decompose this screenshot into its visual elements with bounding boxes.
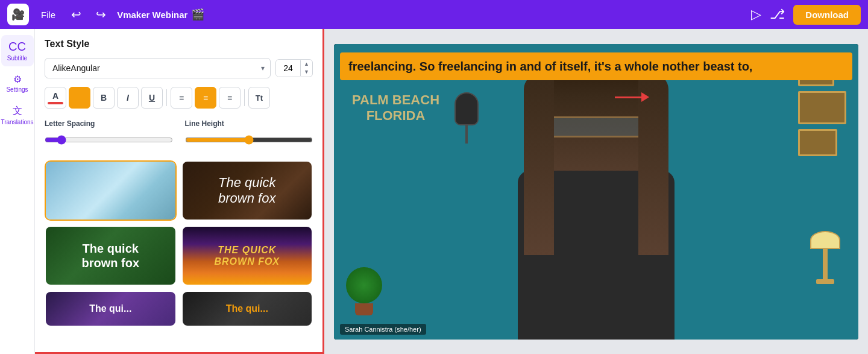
sidebar-label-translations: Translations: [1, 119, 33, 125]
style-card-4[interactable]: THE QUICKBROWN FOX: [181, 226, 313, 286]
mic-head: [454, 92, 479, 125]
arrow-head: [641, 92, 649, 102]
align-right-button[interactable]: ≡: [219, 87, 241, 109]
font-size-up-button[interactable]: ▲: [301, 60, 312, 68]
italic-icon: I: [127, 93, 129, 103]
spacing-row: Letter Spacing Line Height: [45, 119, 313, 150]
glasses: [548, 116, 644, 137]
style-cards-grid: The quick brown fox The quickbrown fox T…: [45, 160, 313, 327]
card6-text: The qui...: [226, 303, 268, 314]
logo-icon: 🎥: [11, 8, 25, 21]
font-row: AlikeAngular ▾ ▲ ▼: [45, 58, 313, 78]
person-silhouette: [482, 44, 711, 340]
video-subtitle-bar: freelancing. So freelancing in and of it…: [340, 52, 852, 80]
background-color-button[interactable]: [69, 87, 90, 109]
font-select-wrapper: AlikeAngular ▾: [45, 58, 271, 78]
format-toolbar: A B I U ≡ ≡ ≡ Tt: [45, 87, 313, 109]
toolbar-divider: [166, 89, 167, 106]
main-area: CC Subtitle ⚙ Settings 文 Translations Te…: [0, 29, 868, 354]
sidebar-label-subtitle: Subtitle: [7, 55, 27, 62]
color-indicator: [48, 102, 63, 104]
video-area: PALM BEACH FLORIDA: [324, 29, 868, 354]
plant-pot: [355, 303, 373, 315]
line-height-control: Line Height: [185, 119, 313, 150]
hair-left: [524, 74, 554, 255]
panel-title: Text Style: [45, 39, 313, 49]
app-logo: 🎥: [7, 4, 29, 25]
video-player: PALM BEACH FLORIDA: [334, 44, 858, 340]
translations-icon: 文: [13, 105, 22, 118]
line-height-label: Line Height: [185, 119, 313, 128]
font-family-select[interactable]: AlikeAngular: [45, 58, 271, 78]
font-size-down-button[interactable]: ▼: [301, 68, 312, 76]
letter-spacing-slider-wrap: [45, 133, 173, 150]
text-color-label: A: [52, 91, 58, 101]
plant-leaves: [346, 267, 382, 303]
mic-stand: [465, 125, 468, 144]
align-center-icon: ≡: [203, 93, 208, 103]
speaker-name-tag: Sarah Cannistra (she/her): [340, 324, 426, 335]
undo-button[interactable]: ↩: [68, 5, 85, 24]
bold-icon: B: [101, 93, 107, 103]
style-card-3[interactable]: The quickbrown fox: [45, 226, 177, 286]
arrow-line: [615, 96, 641, 98]
sidebar-item-translations[interactable]: 文 Translations: [1, 100, 34, 130]
sidebar: CC Subtitle ⚙ Settings 文 Translations: [0, 29, 35, 354]
sidebar-item-subtitle[interactable]: CC Subtitle: [1, 35, 34, 66]
line-height-slider[interactable]: [185, 135, 313, 145]
letter-spacing-control: Letter Spacing: [45, 119, 173, 150]
font-size-control: ▲ ▼: [275, 59, 313, 77]
text-style-panel: Text Style AlikeAngular ▾ ▲ ▼: [35, 29, 324, 354]
font-size-arrows: ▲ ▼: [300, 60, 312, 76]
text-transform-button[interactable]: Tt: [248, 87, 270, 109]
align-left-button[interactable]: ≡: [171, 87, 192, 109]
topbar: 🎥 File ↩ ↪ Vmaker Webinar 🎬 ▷ ⎇ Download: [0, 0, 868, 29]
share-button[interactable]: ⎇: [770, 7, 785, 22]
bold-button[interactable]: B: [93, 87, 115, 109]
panel-arrow: [615, 92, 649, 102]
project-title: Vmaker Webinar 🎬: [117, 8, 204, 21]
card2-text: The quickbrown fox: [218, 175, 275, 207]
subtitle-icon: CC: [8, 40, 26, 54]
underline-button[interactable]: U: [141, 87, 163, 109]
room-frame-2: [798, 91, 846, 124]
align-right-icon: ≡: [227, 93, 232, 103]
play-button[interactable]: ▷: [751, 7, 761, 22]
topbar-right: ▷ ⎇ Download: [751, 5, 861, 25]
card5-text: The qui...: [89, 303, 131, 314]
italic-button[interactable]: I: [117, 87, 139, 109]
style-card-6[interactable]: The qui...: [181, 291, 313, 327]
toolbar-divider-2: [244, 89, 245, 106]
card4-text: THE QUICKBROWN FOX: [214, 244, 280, 267]
plant-decoration: [346, 267, 382, 315]
style-card-1[interactable]: The quick brown fox: [45, 160, 177, 221]
room-lamp: [810, 231, 840, 291]
download-button[interactable]: Download: [793, 5, 861, 25]
card3-text: The quickbrown fox: [81, 241, 139, 270]
sidebar-item-settings[interactable]: ⚙ Settings: [1, 69, 34, 98]
settings-icon: ⚙: [13, 74, 22, 85]
sidebar-label-settings: Settings: [6, 86, 28, 93]
lamp-shade: [810, 231, 840, 249]
underline-icon: U: [149, 93, 155, 103]
style-card-2[interactable]: The quickbrown fox: [181, 160, 313, 221]
lamp-base: [823, 249, 828, 279]
letter-spacing-label: Letter Spacing: [45, 119, 173, 128]
text-transform-icon: Tt: [256, 93, 263, 103]
title-emoji: 🎬: [191, 8, 204, 21]
text-color-button[interactable]: A: [45, 87, 66, 109]
style-card-5[interactable]: The qui...: [45, 291, 177, 327]
line-height-slider-wrap: [185, 133, 313, 150]
location-sign: PALM BEACH FLORIDA: [352, 92, 439, 124]
lamp-foot: [816, 279, 834, 284]
letter-spacing-slider[interactable]: [45, 135, 173, 145]
redo-button[interactable]: ↪: [92, 5, 110, 24]
align-center-button[interactable]: ≡: [195, 87, 216, 109]
font-size-input[interactable]: [276, 60, 300, 77]
room-frame-3: [798, 129, 837, 156]
file-menu-button[interactable]: File: [36, 7, 60, 22]
card1-bg: [46, 162, 175, 220]
microphone: [454, 92, 479, 141]
align-left-icon: ≡: [179, 93, 184, 103]
